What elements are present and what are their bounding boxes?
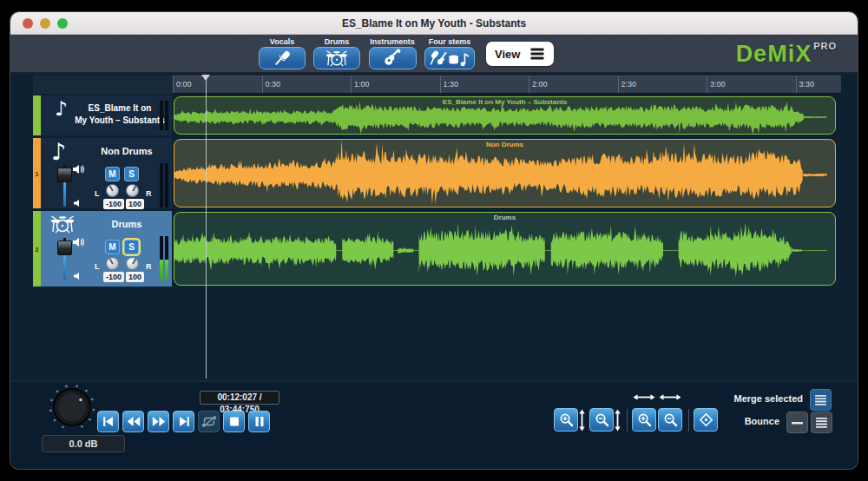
zoom-to-fit-button[interactable] [694, 408, 718, 432]
logo-pro-badge: PRO [813, 41, 837, 51]
skip-to-end-button[interactable] [173, 411, 194, 432]
timeline-ruler[interactable]: 0:000:301:001:302:002:303:003:30 [173, 76, 841, 94]
pan-left-knob[interactable] [106, 184, 119, 197]
instruments-button[interactable] [369, 47, 417, 69]
level-meters [160, 236, 168, 280]
zoom-out-icon [663, 412, 678, 427]
music-note-icon: ♪ [55, 97, 68, 120]
stem-label: Instruments [362, 37, 423, 46]
mute-button[interactable]: M [105, 240, 120, 254]
loop-disabled-icon [201, 415, 218, 428]
track-color-strip[interactable]: 2 [33, 211, 41, 287]
merge-selected-button[interactable] [810, 389, 832, 411]
vertical-arrows-icon [614, 409, 621, 432]
pan-left-value[interactable]: -100 [103, 272, 124, 282]
playhead-marker[interactable] [201, 75, 210, 81]
fader-handle[interactable] [57, 240, 72, 255]
track-non-drums: 1 ♪ Non Drums M S L [33, 138, 836, 208]
pan-right-value[interactable]: 100 [126, 272, 144, 282]
fast-forward-button[interactable] [148, 411, 169, 432]
solo-button[interactable]: S [124, 240, 139, 254]
volume-fader[interactable] [56, 238, 74, 281]
track-drums: 2 Drums [33, 211, 836, 287]
maximize-button[interactable] [57, 18, 68, 29]
region-drums[interactable]: Drums [174, 212, 836, 286]
timeline-area: 0:000:301:001:302:002:303:003:30 ♪ ES_Bl… [10, 74, 858, 380]
pan-left-value[interactable]: -100 [103, 199, 124, 209]
level-meters [160, 163, 168, 208]
app-window: ES_Blame It on My Youth - Substants Voca… [10, 12, 858, 469]
zoom-to-fit-icon [698, 412, 714, 428]
traffic-lights [23, 18, 68, 29]
pan-right-value[interactable]: 100 [126, 199, 144, 209]
drums-button[interactable] [313, 47, 360, 69]
ruler-tick-line [796, 76, 797, 94]
ruler-tick-label: 3:00 [710, 80, 726, 89]
mute-button[interactable]: M [105, 167, 120, 181]
master-gain-knob[interactable] [47, 382, 97, 432]
horizontal-arrows-icon [632, 393, 656, 401]
zoom-out-horizontal-button[interactable] [658, 408, 682, 432]
track-header-drums[interactable]: Drums M S L R -100 [41, 211, 172, 287]
skip-to-start-icon [101, 415, 116, 428]
track-color-strip[interactable] [33, 96, 41, 135]
pan-left-knob[interactable] [106, 257, 119, 270]
speaker-quiet-icon [73, 272, 82, 280]
stem-drums: Drums [306, 37, 367, 69]
ruler-tick-label: 1:30 [444, 80, 459, 89]
loop-button[interactable] [198, 411, 220, 432]
four-stems-button[interactable] [424, 47, 475, 69]
pan-right-label: R [146, 189, 152, 198]
window-title: ES_Blame It on My Youth - Substants [342, 17, 526, 30]
bounce-all-button[interactable] [811, 412, 832, 433]
view-menu-button[interactable]: View [486, 42, 554, 66]
region-non-drums[interactable]: Non Drums [174, 139, 836, 208]
track-index: 1 [33, 170, 41, 176]
bounce-single-button[interactable] [786, 412, 808, 433]
pan-right-knob[interactable] [126, 184, 139, 197]
fader-handle[interactable] [57, 168, 72, 182]
pause-icon [252, 415, 267, 428]
level-meters [160, 101, 168, 130]
zoom-in-horizontal-button[interactable] [632, 408, 656, 432]
demix-pro-logo: DeMiXPRO [736, 41, 837, 68]
region-label: Non Drums [174, 141, 835, 148]
zoom-out-icon [595, 412, 609, 427]
track-header-master[interactable]: ♪ ES_Blame It on My Youth – Substants [41, 96, 172, 135]
pause-button[interactable] [248, 411, 270, 432]
logo-text: DeMiX [736, 41, 812, 67]
close-button[interactable] [23, 18, 33, 29]
time-display: 00:12:027 / 03:44:750 [200, 391, 279, 405]
stop-button[interactable] [223, 411, 245, 432]
region-label: ES_Blame It on My Youth – Substants [174, 98, 835, 106]
zoom-in-vertical-button[interactable] [554, 408, 578, 432]
stem-four-stems: Four stems [419, 37, 480, 69]
track-name: Non Drums [86, 146, 168, 156]
track-color-strip[interactable]: 1 [33, 138, 41, 208]
ruler-tick-label: 3:30 [799, 80, 815, 89]
pan-right-label: R [146, 262, 152, 271]
pan-right-knob[interactable] [126, 257, 139, 270]
playhead-line[interactable] [206, 75, 207, 379]
region-master[interactable]: ES_Blame It on My Youth – Substants [174, 96, 836, 135]
rewind-button[interactable] [122, 411, 144, 432]
minimize-button[interactable] [40, 18, 50, 29]
pan-left-label: L [95, 262, 100, 271]
track-index: 2 [33, 246, 41, 252]
stem-label: Vocals [252, 37, 312, 46]
speaker-quiet-icon [73, 199, 82, 208]
ruler-tick-line [529, 76, 529, 94]
zoom-out-vertical-button[interactable] [589, 408, 614, 432]
zoom-in-icon [559, 412, 574, 427]
fast-forward-icon [151, 415, 167, 428]
view-label: View [495, 48, 520, 61]
vocals-button[interactable] [259, 47, 306, 69]
toolbar: Vocals Drums [10, 35, 858, 74]
zoom-in-icon [637, 412, 652, 427]
ruler-tick-line [707, 76, 707, 94]
skip-to-start-button[interactable] [97, 411, 119, 432]
solo-button[interactable]: S [124, 167, 139, 181]
track-header-non-drums[interactable]: ♪ Non Drums M S L R [41, 138, 172, 208]
volume-fader[interactable] [56, 165, 74, 208]
minus-icon [792, 418, 804, 428]
